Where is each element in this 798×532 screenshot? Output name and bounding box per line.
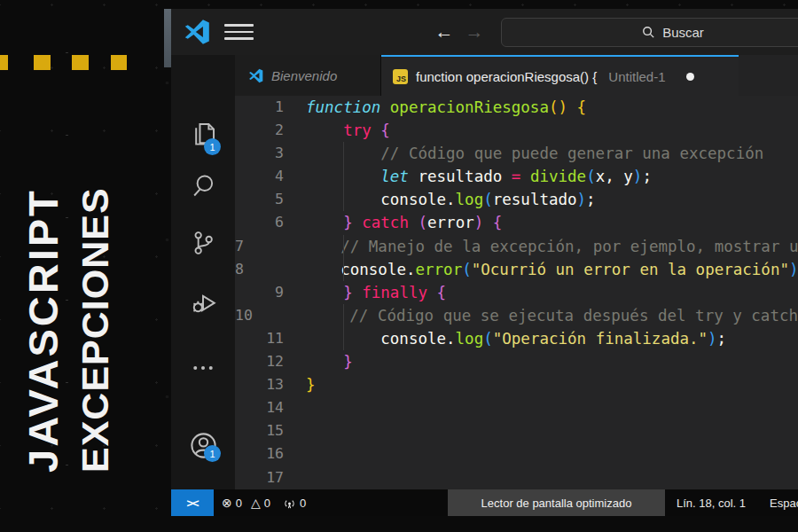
poster-dash [0,55,8,70]
indentation-label: Espacios: 4 [770,497,798,510]
vscode-logo-icon [248,68,263,83]
line-number: 10 [235,304,253,327]
broadcast-count: 0 [300,497,306,510]
tab-untitled-active[interactable]: JS function operacionRiesgosa() { Untitl… [381,55,739,96]
code-line: 4 let resultado = divide(x, y); [235,165,798,188]
code-lines: 1function operacionRiesgosa() {2 try {3 … [235,96,798,489]
line-number: 4 [235,165,284,188]
line-number: 15 [235,419,284,442]
code-text: } finally { [306,281,446,304]
code-line: 8 console.error("Ocurrió un error en la … [235,258,798,281]
tab-welcome-label: Bienvenido [271,68,337,83]
status-bar: >< ⊗ 0 △ 0 0 Lector de pantalla optimiza… [171,489,798,516]
line-number: 17 [235,466,284,489]
poster-title-excepciones: EXCEPCIONES [74,131,115,473]
activity-bar: 1 [171,55,235,489]
code-line: 1function operacionRiesgosa() { [235,96,798,119]
code-text: // Código que puede generar una excepció… [306,142,763,165]
run-debug-icon[interactable] [171,287,235,317]
line-number: 9 [235,281,284,304]
source-control-icon[interactable] [171,229,235,257]
menu-hamburger-icon[interactable] [224,24,254,40]
vscode-logo-icon [184,19,210,45]
code-line: 13} [235,373,798,396]
code-text: console.error("Ocurrió un error en la op… [266,258,798,281]
code-line: 10 // Código que se ejecuta después del … [235,304,798,327]
error-count: 0 [236,497,242,510]
back-arrow-icon[interactable]: ← [432,20,457,44]
tab-welcome[interactable]: Bienvenido [235,55,381,96]
indent-guide [343,142,344,211]
line-number: 8 [235,258,244,281]
tab-active-title: function operacionRiesgosa() { [416,69,597,84]
code-text: console.log(resultado); [306,188,596,211]
line-number: 5 [235,188,284,211]
window-edge-strip [164,9,171,67]
code-text: } [306,373,316,396]
line-number: 14 [235,396,284,419]
code-line: 16 [235,442,798,466]
code-editor[interactable]: 1function operacionRiesgosa() {2 try {3 … [235,96,798,489]
code-text: function operacionRiesgosa() { [306,96,586,119]
screen-reader-label: Lector de pantalla optimizado [481,497,632,510]
warning-triangle-icon: △ [251,497,261,509]
explorer-badge: 1 [204,138,221,155]
line-number: 3 [235,142,284,165]
line-number: 6 [235,211,284,234]
indentation-indicator[interactable]: Espacios: 4 [770,489,798,516]
search-sidebar-icon[interactable] [171,171,235,200]
remote-indicator[interactable]: >< [171,489,214,516]
code-text: // Código que se ejecuta después del try… [275,304,798,327]
code-text: } [306,350,353,373]
code-line: 3 // Código que puede generar una excepc… [235,142,798,165]
search-icon [642,26,655,39]
code-line: 17 [235,466,798,489]
line-number: 11 [235,327,284,350]
poster-dash [111,55,127,70]
indent-guide [343,235,344,281]
broadcast-icon [283,497,296,510]
error-circle-icon: ⊗ [222,497,232,509]
code-line: 11 console.log("Operación finalizada."); [235,327,798,350]
screenshot-root: { "poster": { "vertical_title_line1": "J… [0,0,798,532]
remote-icon: >< [186,497,198,510]
tab-strip-empty-area [739,55,798,96]
javascript-file-icon: JS [393,69,408,84]
account-icon[interactable] [171,430,235,461]
more-actions-icon[interactable] [171,355,235,381]
cursor-position-label: Lín. 18, col. 1 [677,497,746,510]
account-badge: 1 [204,445,221,462]
problems-indicator[interactable]: ⊗ 0 △ 0 0 [222,489,306,516]
poster-title-javascript: JAVASCRIPT [24,131,63,473]
code-text: try { [306,119,390,142]
code-text: console.log("Operación finalizada."); [306,327,726,350]
poster-dash [72,55,89,70]
forward-arrow-icon[interactable]: → [462,20,487,44]
line-number: 13 [235,373,284,396]
line-number: 2 [235,119,284,142]
code-line: 6 } catch (error) { [235,211,798,234]
code-line: 5 console.log(resultado); [235,188,798,211]
unsaved-changes-dot[interactable] [686,73,694,81]
code-line: 12 } [235,350,798,373]
code-text: let resultado = divide(x, y); [306,165,652,188]
search-input[interactable]: Buscar [501,18,798,47]
title-bar: ← → Buscar [171,9,798,55]
code-text: } catch (error) { [306,211,502,234]
screen-reader-indicator[interactable]: Lector de pantalla optimizado [448,489,665,516]
search-placeholder: Buscar [662,25,704,40]
code-line: 2 try { [235,119,798,142]
indent-guide [343,304,344,350]
code-text: // Manejo de la excepción, por ejemplo, … [266,235,798,258]
code-line: 15 [235,419,798,442]
tab-active-filename: Untitled-1 [608,69,665,84]
line-number: 16 [235,442,284,466]
code-line: 9 } finally { [235,281,798,304]
line-number: 7 [235,235,244,258]
line-number: 1 [235,96,284,119]
code-line: 7 // Manejo de la excepción, por ejemplo… [235,235,798,258]
explorer-icon[interactable] [171,120,235,150]
cursor-position-indicator[interactable]: Lín. 18, col. 1 [677,489,746,516]
line-number: 12 [235,350,284,373]
warning-count: 0 [264,497,270,510]
